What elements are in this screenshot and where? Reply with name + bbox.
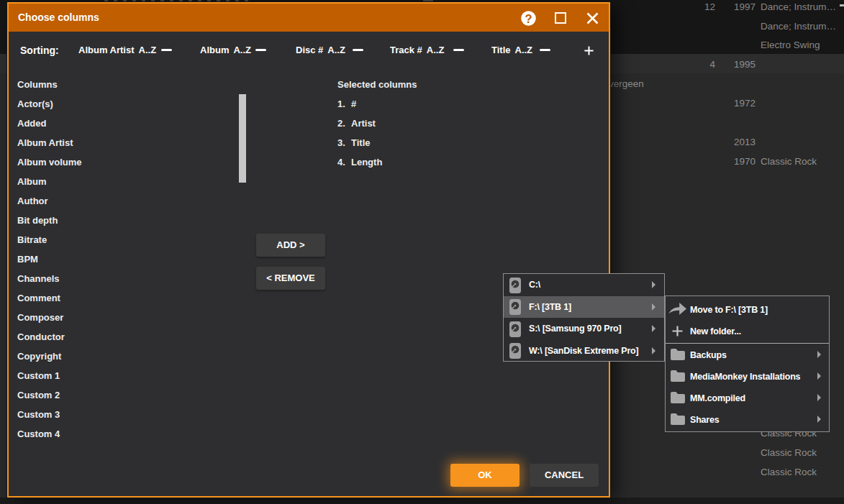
svg-text:?: ? xyxy=(525,12,532,25)
